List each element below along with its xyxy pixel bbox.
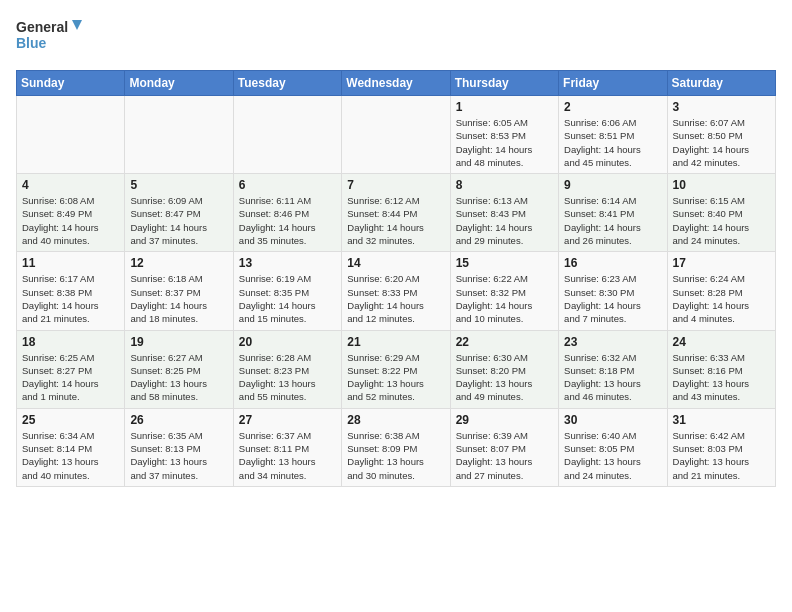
day-number: 1 <box>456 100 553 114</box>
day-info: Sunrise: 6:13 AM Sunset: 8:43 PM Dayligh… <box>456 194 553 247</box>
logo: General Blue <box>16 16 86 58</box>
day-info: Sunrise: 6:11 AM Sunset: 8:46 PM Dayligh… <box>239 194 336 247</box>
calendar-cell: 2Sunrise: 6:06 AM Sunset: 8:51 PM Daylig… <box>559 96 667 174</box>
calendar-cell: 11Sunrise: 6:17 AM Sunset: 8:38 PM Dayli… <box>17 252 125 330</box>
day-header-saturday: Saturday <box>667 71 775 96</box>
calendar-week-5: 25Sunrise: 6:34 AM Sunset: 8:14 PM Dayli… <box>17 408 776 486</box>
calendar-cell: 12Sunrise: 6:18 AM Sunset: 8:37 PM Dayli… <box>125 252 233 330</box>
calendar-cell: 26Sunrise: 6:35 AM Sunset: 8:13 PM Dayli… <box>125 408 233 486</box>
day-info: Sunrise: 6:18 AM Sunset: 8:37 PM Dayligh… <box>130 272 227 325</box>
day-number: 16 <box>564 256 661 270</box>
day-number: 29 <box>456 413 553 427</box>
calendar-cell: 8Sunrise: 6:13 AM Sunset: 8:43 PM Daylig… <box>450 174 558 252</box>
day-number: 2 <box>564 100 661 114</box>
logo-svg: General Blue <box>16 16 86 58</box>
calendar-cell: 19Sunrise: 6:27 AM Sunset: 8:25 PM Dayli… <box>125 330 233 408</box>
day-info: Sunrise: 6:12 AM Sunset: 8:44 PM Dayligh… <box>347 194 444 247</box>
day-number: 12 <box>130 256 227 270</box>
day-number: 22 <box>456 335 553 349</box>
day-info: Sunrise: 6:28 AM Sunset: 8:23 PM Dayligh… <box>239 351 336 404</box>
calendar-cell: 18Sunrise: 6:25 AM Sunset: 8:27 PM Dayli… <box>17 330 125 408</box>
calendar-cell: 29Sunrise: 6:39 AM Sunset: 8:07 PM Dayli… <box>450 408 558 486</box>
day-number: 30 <box>564 413 661 427</box>
day-header-tuesday: Tuesday <box>233 71 341 96</box>
day-number: 6 <box>239 178 336 192</box>
calendar-cell: 7Sunrise: 6:12 AM Sunset: 8:44 PM Daylig… <box>342 174 450 252</box>
calendar-cell: 25Sunrise: 6:34 AM Sunset: 8:14 PM Dayli… <box>17 408 125 486</box>
calendar-cell: 14Sunrise: 6:20 AM Sunset: 8:33 PM Dayli… <box>342 252 450 330</box>
calendar-cell <box>342 96 450 174</box>
day-number: 23 <box>564 335 661 349</box>
calendar-cell: 16Sunrise: 6:23 AM Sunset: 8:30 PM Dayli… <box>559 252 667 330</box>
calendar-cell <box>17 96 125 174</box>
calendar-cell: 13Sunrise: 6:19 AM Sunset: 8:35 PM Dayli… <box>233 252 341 330</box>
day-number: 15 <box>456 256 553 270</box>
day-number: 5 <box>130 178 227 192</box>
day-number: 11 <box>22 256 119 270</box>
day-number: 19 <box>130 335 227 349</box>
calendar-cell: 5Sunrise: 6:09 AM Sunset: 8:47 PM Daylig… <box>125 174 233 252</box>
day-info: Sunrise: 6:32 AM Sunset: 8:18 PM Dayligh… <box>564 351 661 404</box>
day-info: Sunrise: 6:06 AM Sunset: 8:51 PM Dayligh… <box>564 116 661 169</box>
calendar-cell: 15Sunrise: 6:22 AM Sunset: 8:32 PM Dayli… <box>450 252 558 330</box>
calendar-cell: 17Sunrise: 6:24 AM Sunset: 8:28 PM Dayli… <box>667 252 775 330</box>
day-info: Sunrise: 6:34 AM Sunset: 8:14 PM Dayligh… <box>22 429 119 482</box>
calendar-cell: 27Sunrise: 6:37 AM Sunset: 8:11 PM Dayli… <box>233 408 341 486</box>
calendar-cell: 10Sunrise: 6:15 AM Sunset: 8:40 PM Dayli… <box>667 174 775 252</box>
svg-marker-2 <box>72 20 82 30</box>
day-info: Sunrise: 6:19 AM Sunset: 8:35 PM Dayligh… <box>239 272 336 325</box>
day-number: 21 <box>347 335 444 349</box>
day-info: Sunrise: 6:23 AM Sunset: 8:30 PM Dayligh… <box>564 272 661 325</box>
day-info: Sunrise: 6:35 AM Sunset: 8:13 PM Dayligh… <box>130 429 227 482</box>
day-number: 24 <box>673 335 770 349</box>
day-info: Sunrise: 6:25 AM Sunset: 8:27 PM Dayligh… <box>22 351 119 404</box>
calendar-cell: 4Sunrise: 6:08 AM Sunset: 8:49 PM Daylig… <box>17 174 125 252</box>
day-info: Sunrise: 6:08 AM Sunset: 8:49 PM Dayligh… <box>22 194 119 247</box>
day-number: 25 <box>22 413 119 427</box>
day-header-friday: Friday <box>559 71 667 96</box>
day-header-monday: Monday <box>125 71 233 96</box>
calendar-cell: 1Sunrise: 6:05 AM Sunset: 8:53 PM Daylig… <box>450 96 558 174</box>
day-header-wednesday: Wednesday <box>342 71 450 96</box>
day-info: Sunrise: 6:05 AM Sunset: 8:53 PM Dayligh… <box>456 116 553 169</box>
day-info: Sunrise: 6:42 AM Sunset: 8:03 PM Dayligh… <box>673 429 770 482</box>
day-info: Sunrise: 6:29 AM Sunset: 8:22 PM Dayligh… <box>347 351 444 404</box>
day-info: Sunrise: 6:40 AM Sunset: 8:05 PM Dayligh… <box>564 429 661 482</box>
calendar-cell: 22Sunrise: 6:30 AM Sunset: 8:20 PM Dayli… <box>450 330 558 408</box>
day-info: Sunrise: 6:39 AM Sunset: 8:07 PM Dayligh… <box>456 429 553 482</box>
calendar-week-2: 4Sunrise: 6:08 AM Sunset: 8:49 PM Daylig… <box>17 174 776 252</box>
day-number: 18 <box>22 335 119 349</box>
day-info: Sunrise: 6:07 AM Sunset: 8:50 PM Dayligh… <box>673 116 770 169</box>
day-info: Sunrise: 6:20 AM Sunset: 8:33 PM Dayligh… <box>347 272 444 325</box>
day-number: 4 <box>22 178 119 192</box>
day-info: Sunrise: 6:38 AM Sunset: 8:09 PM Dayligh… <box>347 429 444 482</box>
day-number: 3 <box>673 100 770 114</box>
day-header-thursday: Thursday <box>450 71 558 96</box>
day-number: 28 <box>347 413 444 427</box>
day-number: 8 <box>456 178 553 192</box>
page-header: General Blue <box>16 16 776 58</box>
calendar-cell <box>233 96 341 174</box>
calendar-week-4: 18Sunrise: 6:25 AM Sunset: 8:27 PM Dayli… <box>17 330 776 408</box>
day-info: Sunrise: 6:27 AM Sunset: 8:25 PM Dayligh… <box>130 351 227 404</box>
calendar-cell: 23Sunrise: 6:32 AM Sunset: 8:18 PM Dayli… <box>559 330 667 408</box>
day-number: 9 <box>564 178 661 192</box>
day-info: Sunrise: 6:17 AM Sunset: 8:38 PM Dayligh… <box>22 272 119 325</box>
day-number: 27 <box>239 413 336 427</box>
day-number: 17 <box>673 256 770 270</box>
calendar-week-3: 11Sunrise: 6:17 AM Sunset: 8:38 PM Dayli… <box>17 252 776 330</box>
calendar-week-1: 1Sunrise: 6:05 AM Sunset: 8:53 PM Daylig… <box>17 96 776 174</box>
calendar-cell: 6Sunrise: 6:11 AM Sunset: 8:46 PM Daylig… <box>233 174 341 252</box>
day-header-sunday: Sunday <box>17 71 125 96</box>
calendar-cell: 24Sunrise: 6:33 AM Sunset: 8:16 PM Dayli… <box>667 330 775 408</box>
day-number: 7 <box>347 178 444 192</box>
svg-text:General: General <box>16 19 68 35</box>
day-info: Sunrise: 6:33 AM Sunset: 8:16 PM Dayligh… <box>673 351 770 404</box>
day-info: Sunrise: 6:14 AM Sunset: 8:41 PM Dayligh… <box>564 194 661 247</box>
calendar-cell: 9Sunrise: 6:14 AM Sunset: 8:41 PM Daylig… <box>559 174 667 252</box>
calendar-cell: 30Sunrise: 6:40 AM Sunset: 8:05 PM Dayli… <box>559 408 667 486</box>
day-number: 14 <box>347 256 444 270</box>
calendar-table: SundayMondayTuesdayWednesdayThursdayFrid… <box>16 70 776 487</box>
day-number: 10 <box>673 178 770 192</box>
day-info: Sunrise: 6:15 AM Sunset: 8:40 PM Dayligh… <box>673 194 770 247</box>
